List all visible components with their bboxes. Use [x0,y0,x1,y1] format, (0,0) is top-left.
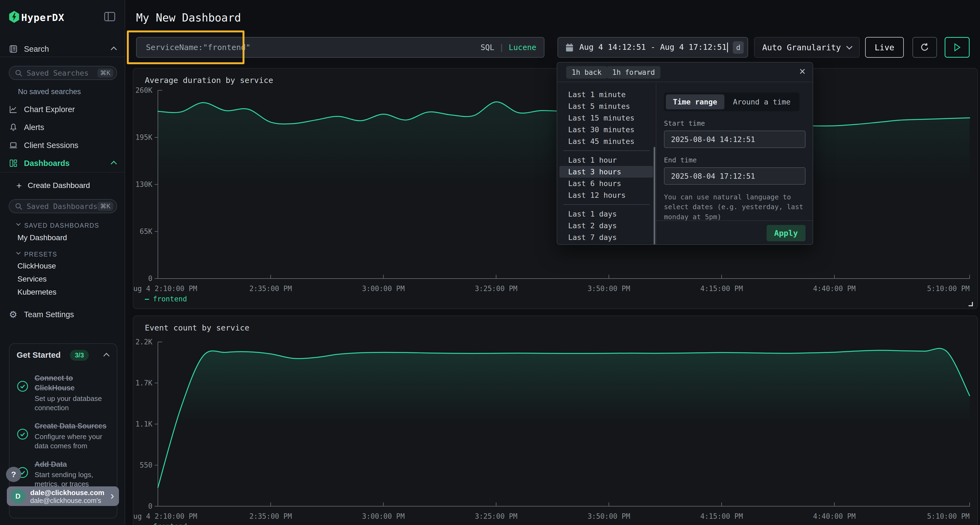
no-saved-searches-note: No saved searches [18,87,81,96]
shortcut-badge: d [733,41,744,54]
chart-legend[interactable]: — frontend [145,522,187,525]
close-icon[interactable]: × [799,65,805,78]
check-circle-icon [17,428,29,450]
time-range-option[interactable]: Last 12 hours [559,189,653,201]
run-query-button[interactable] [945,37,970,58]
sidebar-collapse-icon[interactable] [104,12,115,21]
time-range-option[interactable]: Last 7 days [559,232,653,243]
saved-dashboards-input[interactable]: Saved Dashboards ⌘K [9,199,117,213]
time-range-option[interactable]: Last 15 minutes [559,112,653,124]
time-range-option[interactable]: Last 14 days [559,243,653,244]
get-started-title: Get Started [17,351,61,359]
sidebar-item-chart-explorer[interactable]: Chart Explorer [0,103,125,116]
line-chart[interactable]: 2.2K1.7K1.1K5500Aug 4 2:10:00 PM2:35:00 … [134,316,977,525]
user-menu[interactable]: D dale@clickhouse.com dale@clickhouse.co… [7,486,119,506]
sidebar-item-search[interactable]: Search [0,43,125,56]
live-button[interactable]: Live [865,37,904,58]
shift-forward-button[interactable]: 1h forward [607,66,660,79]
svg-text:5:10:00 PM: 5:10:00 PM [927,284,970,293]
svg-text:195K: 195K [135,133,153,141]
saved-searches-input[interactable]: Saved Searches ⌘K [9,66,117,80]
apply-button[interactable]: Apply [767,225,805,241]
sidebar-item-dashboards[interactable]: Dashboards [0,157,125,170]
svg-text:4:40:00 PM: 4:40:00 PM [813,284,856,293]
svg-text:1.7K: 1.7K [135,379,153,387]
sidebar-item-preset[interactable]: ClickHouse [18,262,56,270]
time-picker-popup: 1h back 1h forward × Last 1 minuteLast 5… [557,62,813,245]
svg-text:2.2K: 2.2K [135,338,153,346]
time-range-option[interactable]: Last 6 hours [559,178,653,189]
get-started-item[interactable]: Connect to ClickHouse Set up your databa… [17,373,110,412]
lucene-mode-toggle[interactable]: Lucene [509,43,536,52]
page-title: My New Dashboard [136,11,241,24]
time-range-option[interactable]: Last 1 minute [559,89,653,100]
svg-text:3:25:00 PM: 3:25:00 PM [475,512,517,520]
svg-text:3:50:00 PM: 3:50:00 PM [587,512,630,520]
chevron-down-icon [846,43,853,49]
sidebar-item-client-sessions[interactable]: Client Sessions [0,139,125,152]
svg-text:Aug 4 2:10:00 PM: Aug 4 2:10:00 PM [134,284,197,293]
chart-legend[interactable]: — frontend [145,295,187,303]
svg-text:260K: 260K [135,86,153,94]
time-picker-tab[interactable]: Around a time [726,94,798,109]
granularity-select[interactable]: Auto Granularity [754,37,860,58]
create-dashboard-button[interactable]: + Create Dashboard [16,180,90,191]
get-started-item[interactable]: Add Data Start sending logs, metrics, or… [17,460,110,489]
svg-text:130K: 130K [135,180,153,189]
svg-text:3:25:00 PM: 3:25:00 PM [475,284,517,293]
laptop-icon [9,141,18,150]
time-range-option[interactable]: Last 5 minutes [559,100,653,112]
chevron-down-icon [16,221,21,226]
refresh-icon [919,42,930,53]
time-range-option[interactable]: Last 45 minutes [559,135,653,147]
end-time-label: End time [664,156,805,164]
resize-handle[interactable] [969,302,973,306]
sql-mode-toggle[interactable]: SQL [480,43,494,52]
start-time-input[interactable]: 2025-08-04 14:12:51 [664,130,805,148]
time-picker-tabs: Time rangeAround a time [664,92,800,111]
time-picker-tab[interactable]: Time range [666,94,724,109]
time-range-input[interactable]: Aug 4 14:12:51 - Aug 4 17:12:51 d [557,37,748,58]
presets-section-header[interactable]: PRESETS [17,251,57,258]
end-time-input[interactable]: 2025-08-04 17:12:51 [664,167,805,185]
saved-dashboards-section-header[interactable]: SAVED DASHBOARDS [17,222,99,229]
chevron-right-icon: › [111,490,114,502]
shortcut-badge: ⌘K [97,68,113,78]
sidebar-item-team-settings[interactable]: ⚙ Team Settings [0,308,125,321]
svg-text:2:35:00 PM: 2:35:00 PM [249,512,292,520]
user-subtitle: dale@clickhouse.com's [30,497,101,504]
time-range-option[interactable]: Last 1 hour [559,154,653,166]
time-range-option[interactable]: Last 1 days [559,208,653,220]
svg-text:Aug 4 2:10:00 PM: Aug 4 2:10:00 PM [134,512,197,520]
query-value: ServiceName:"frontend" [146,43,250,52]
time-range-option[interactable]: Last 30 minutes [559,124,653,135]
sidebar-item-preset[interactable]: Services [18,275,46,284]
search-icon [15,69,23,77]
chart-panel-event-count[interactable]: Event count by service 2.2K1.7K1.1K5500A… [133,316,978,525]
help-button[interactable]: ? [6,467,21,482]
svg-text:4:15:00 PM: 4:15:00 PM [700,512,743,520]
calendar-icon [565,43,574,52]
shift-back-button[interactable]: 1h back [566,66,607,79]
line-chart[interactable]: 260K195K130K65K0Aug 4 2:10:00 PM2:35:00 … [134,68,977,308]
get-started-item[interactable]: Create Data Sources Configure where your… [17,421,110,450]
svg-text:65K: 65K [140,227,153,236]
chevron-up-icon[interactable] [103,353,110,359]
query-input[interactable]: ServiceName:"frontend" SQL | Lucene [136,37,544,58]
refresh-button[interactable] [913,37,937,58]
time-range-list: Last 1 minuteLast 5 minutesLast 15 minut… [557,83,656,244]
legend-swatch: — [145,295,149,303]
time-range-option[interactable]: Last 3 hours [559,166,653,178]
scrollbar-thumb[interactable] [654,147,655,244]
sidebar-item-saved-dashboard[interactable]: My Dashboard [18,233,67,242]
svg-text:0: 0 [148,274,153,282]
gear-icon: ⚙ [9,309,17,320]
shortcut-badge: ⌘K [97,202,113,211]
sidebar-item-preset[interactable]: Kubernetes [18,288,56,297]
svg-text:3:50:00 PM: 3:50:00 PM [587,284,630,293]
natural-language-hint: You can use natural language to select d… [664,192,805,222]
time-range-value: Aug 4 14:12:51 - Aug 4 17:12:51 [579,43,728,52]
sidebar-item-alerts[interactable]: Alerts [0,121,125,134]
time-range-option[interactable]: Last 2 days [559,220,653,232]
chart-panel-avg-duration[interactable]: Average duration by service 260K195K130K… [133,68,978,309]
